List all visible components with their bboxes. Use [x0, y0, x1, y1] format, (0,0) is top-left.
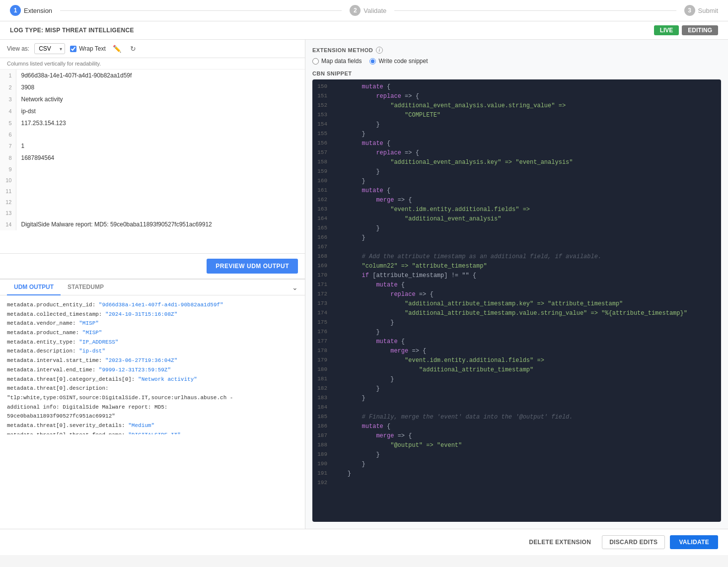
udm-expand-icon[interactable]: ⌄	[292, 284, 298, 291]
line-number: 166	[312, 233, 333, 243]
line-number: 170	[312, 271, 333, 281]
code-line: 150 mutate {	[312, 82, 721, 92]
code-line: 189 }	[312, 450, 721, 460]
row-num: 14	[0, 218, 16, 230]
row-value: 9d66d38a-14e1-407f-a4d1-90b82aa1d59f	[16, 70, 305, 81]
code-line: 157 replace => {	[312, 148, 721, 158]
main-content: View as: CSV RAW ▾ Wrap Text ✏️ ↻ Column…	[0, 40, 728, 529]
radio-code-snippet[interactable]: Write code snippet	[369, 58, 428, 65]
line-code: # Finally, merge the 'event' data into t…	[333, 413, 721, 422]
code-line: 184	[312, 403, 721, 413]
code-editor[interactable]: 150 mutate {151 replace => {152 "additio…	[312, 79, 721, 522]
code-line: 188 "@output" => "event"	[312, 441, 721, 450]
udm-line: metadata.product_name: "MISP"	[7, 328, 298, 338]
delete-extension-button[interactable]: DELETE EXTENSION	[523, 535, 597, 549]
row-num: 5	[0, 117, 16, 129]
line-code: mutate {	[333, 186, 721, 196]
tab-statedump[interactable]: STATEDUMP	[61, 280, 111, 295]
line-code: }	[333, 384, 721, 394]
line-code: }	[333, 167, 721, 177]
radio-map-input[interactable]	[312, 58, 319, 65]
udm-line: additional info: DigitalSide Malware rep…	[7, 403, 298, 412]
code-line: 164 "additional_event_analysis"	[312, 214, 721, 224]
table-row: 3 Network activity	[0, 93, 305, 105]
row-value: ip-dst	[16, 105, 305, 117]
line-number: 187	[312, 431, 333, 441]
line-number: 188	[312, 441, 333, 450]
row-num: 12	[0, 197, 16, 208]
line-code: mutate {	[333, 337, 721, 347]
line-number: 167	[312, 243, 333, 252]
line-code: if [attribute_timestamp] != "" {	[333, 271, 721, 281]
refresh-icon-btn[interactable]: ↻	[128, 44, 138, 54]
line-code: merge => {	[333, 431, 721, 441]
radio-map-fields[interactable]: Map data fields	[312, 58, 362, 65]
line-number: 161	[312, 186, 333, 196]
line-code	[333, 403, 721, 413]
wizard-step-3[interactable]: 3 Submit	[684, 5, 718, 16]
line-code: "additional_event_analysis"	[333, 214, 721, 224]
code-line: 159 }	[312, 167, 721, 177]
line-number: 181	[312, 375, 333, 384]
action-bar: DELETE EXTENSION DISCARD EDITS VALIDATE	[0, 529, 728, 555]
view-as-select-wrap[interactable]: CSV RAW ▾	[34, 43, 65, 54]
wizard-line-2	[394, 10, 676, 11]
radio-code-input[interactable]	[369, 58, 376, 65]
code-line: 166 }	[312, 233, 721, 243]
code-line: 180 "additional_attribute_timestamp"	[312, 365, 721, 375]
code-line: 179 "event.idm.entity.additional.fields"…	[312, 356, 721, 365]
line-number: 178	[312, 347, 333, 356]
udm-line: metadata.interval.end_time: "9999-12-31T…	[7, 365, 298, 375]
line-number: 156	[312, 139, 333, 148]
table-row: 2 3908	[0, 81, 305, 93]
row-num: 10	[0, 175, 16, 186]
line-code: }	[333, 460, 721, 469]
row-num: 13	[0, 208, 16, 218]
line-code: "event.idm.entity.additional.fields" =>	[333, 205, 721, 214]
wrap-text-checkbox[interactable]	[70, 46, 76, 52]
preview-udm-button[interactable]: PREVIEW UDM OUTPUT	[207, 259, 298, 274]
line-number: 150	[312, 82, 333, 92]
line-code: "additional_event_analysis.value.string_…	[333, 101, 721, 111]
code-line: 154 }	[312, 120, 721, 130]
wizard-step-1[interactable]: 1 Extension	[10, 5, 52, 16]
code-line: 161 mutate {	[312, 186, 721, 196]
udm-line: metadata.vendor_name: "MISP"	[7, 319, 298, 328]
row-value	[16, 197, 305, 208]
validate-button[interactable]: VALIDATE	[670, 535, 718, 549]
line-code: replace => {	[333, 290, 721, 299]
line-number: 179	[312, 356, 333, 365]
wizard-step-2[interactable]: 2 Validate	[350, 5, 386, 16]
row-num: 6	[0, 129, 16, 140]
tab-udm-output[interactable]: UDM OUTPUT	[7, 280, 61, 295]
discard-edits-button[interactable]: DISCARD EDITS	[602, 535, 665, 549]
view-as-select[interactable]: CSV RAW	[34, 43, 65, 54]
edit-icon-btn[interactable]: ✏️	[111, 44, 123, 54]
code-editor-wrap[interactable]: 150 mutate {151 replace => {152 "additio…	[312, 79, 721, 522]
line-number: 155	[312, 130, 333, 139]
csv-table: 1 9d66d38a-14e1-407f-a4d1-90b82aa1d59f 2…	[0, 70, 305, 230]
udm-line: "tlp:white,type:OSINT,source:DigitalSide…	[7, 393, 298, 403]
left-panel: View as: CSV RAW ▾ Wrap Text ✏️ ↻ Column…	[0, 40, 305, 529]
line-number: 191	[312, 469, 333, 479]
line-code: "@output" => "event"	[333, 441, 721, 450]
line-number: 190	[312, 460, 333, 469]
info-icon: i	[376, 47, 383, 54]
csv-table-wrap[interactable]: 1 9d66d38a-14e1-407f-a4d1-90b82aa1d59f 2…	[0, 70, 305, 253]
row-value: 3908	[16, 81, 305, 93]
wrap-text-label[interactable]: Wrap Text	[70, 45, 106, 52]
code-line: 169 "column22" => "attribute_timestamp"	[312, 262, 721, 271]
row-num: 11	[0, 186, 16, 197]
line-code: mutate {	[333, 422, 721, 431]
udm-output-content[interactable]: metadata.product_entity_id: "9d66d38a-14…	[0, 295, 305, 434]
row-value	[16, 164, 305, 175]
code-line: 174 "additional_attribute_timestamp.valu…	[312, 309, 721, 318]
udm-line: metadata.description: "ip-dst"	[7, 347, 298, 356]
line-number: 168	[312, 252, 333, 262]
code-line: 182 }	[312, 384, 721, 394]
line-code: "COMPLETE"	[333, 111, 721, 120]
code-line: 172 replace => {	[312, 290, 721, 299]
wizard-line-1	[60, 10, 342, 11]
code-line: 171 mutate {	[312, 281, 721, 290]
toolbar: View as: CSV RAW ▾ Wrap Text ✏️ ↻	[0, 40, 305, 58]
